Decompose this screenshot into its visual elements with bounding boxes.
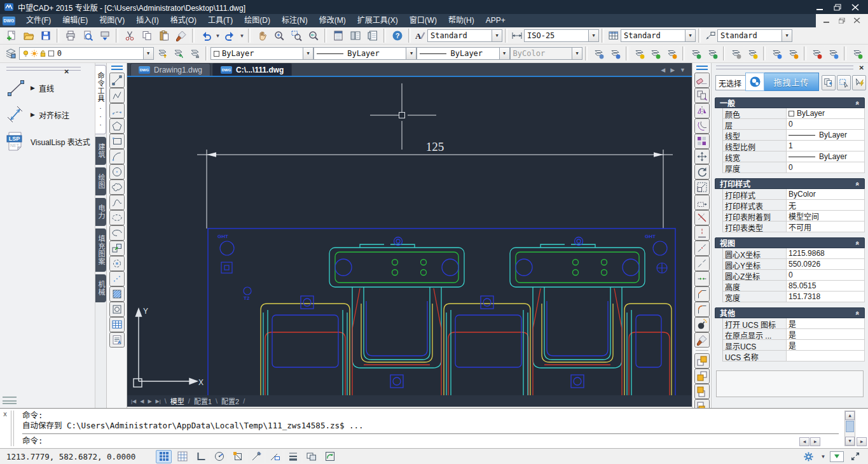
properties-close-icon[interactable]: ✕ bbox=[859, 64, 864, 71]
revision-cloud-button[interactable] bbox=[109, 179, 125, 195]
settings-dropdown-icon[interactable]: ▼ bbox=[820, 449, 827, 464]
ellipse-button[interactable] bbox=[109, 210, 125, 225]
menu-item-5[interactable]: 工具(T) bbox=[202, 14, 238, 27]
plot-preview-button[interactable] bbox=[79, 29, 96, 43]
property-value[interactable]: 是 bbox=[787, 329, 865, 340]
menu-item-6[interactable]: 绘图(D) bbox=[238, 14, 276, 27]
prev-layout-icon[interactable]: ◀ bbox=[140, 398, 144, 404]
scroll-right-icon[interactable]: ▶ bbox=[810, 437, 820, 446]
match-properties-button[interactable] bbox=[172, 29, 189, 43]
match-properties-button[interactable] bbox=[694, 332, 710, 348]
layer-on-button[interactable] bbox=[744, 46, 761, 61]
fillet-button[interactable] bbox=[694, 302, 710, 317]
dim-style-combo[interactable]: ISO-25▼ bbox=[524, 29, 599, 42]
property-value[interactable]: 是 bbox=[787, 340, 865, 351]
copy-object-button[interactable] bbox=[694, 88, 710, 103]
layout-tab-模型[interactable]: 模型 bbox=[169, 396, 186, 406]
menu-item-0[interactable]: 文件(F) bbox=[20, 14, 57, 27]
mirror-button[interactable] bbox=[694, 103, 710, 118]
osnap-toggle[interactable] bbox=[230, 450, 245, 463]
palette-item-2[interactable]: LSPNETVisualLisp 表达式 bbox=[5, 128, 95, 155]
fullscreen-button[interactable] bbox=[847, 450, 863, 463]
palette-resize-grip[interactable] bbox=[3, 397, 17, 404]
circle-button[interactable] bbox=[109, 164, 125, 179]
redo-button[interactable] bbox=[221, 29, 238, 43]
dropdown-arrow-icon[interactable]: ▼ bbox=[685, 30, 695, 41]
property-value[interactable] bbox=[787, 351, 865, 362]
property-value[interactable]: 是 bbox=[787, 318, 865, 329]
layer-make-current-button[interactable] bbox=[631, 46, 647, 61]
menu-item-2[interactable]: 视图(V) bbox=[93, 14, 130, 27]
property-value[interactable]: ByLayer bbox=[787, 108, 865, 119]
layer-thaw-button[interactable] bbox=[785, 46, 801, 61]
redo-dropdown-icon[interactable]: ▼ bbox=[238, 29, 245, 43]
command-close-icon[interactable]: x bbox=[3, 411, 7, 418]
make-block-button[interactable] bbox=[109, 256, 125, 271]
palette-close-icon[interactable]: ✕ bbox=[64, 69, 69, 74]
layer-translate-button[interactable] bbox=[607, 46, 623, 61]
collapse-chevron-icon[interactable]: « bbox=[854, 101, 862, 104]
open-button[interactable] bbox=[20, 29, 37, 43]
next-layout-icon[interactable]: ▶ bbox=[148, 398, 151, 404]
property-value[interactable]: 不可用 bbox=[787, 221, 865, 232]
dropdown-arrow-icon[interactable]: ▼ bbox=[782, 30, 792, 41]
property-value[interactable]: 模型空间 bbox=[787, 211, 865, 221]
erase-button[interactable] bbox=[694, 73, 710, 88]
modify-toolbar-grip[interactable] bbox=[696, 66, 708, 70]
menu-item-4[interactable]: 格式(O) bbox=[165, 14, 202, 27]
menu-item-12[interactable]: APP+ bbox=[480, 14, 511, 27]
properties-grip[interactable] bbox=[716, 66, 853, 69]
menu-item-8[interactable]: 修改(M) bbox=[313, 14, 352, 27]
tab-prev-icon[interactable]: ◀ bbox=[661, 67, 665, 73]
palette-tab-4[interactable]: 填充图案 bbox=[95, 228, 106, 272]
collapse-chevron-icon[interactable]: « bbox=[854, 181, 862, 185]
scroll-up-icon[interactable]: ▲ bbox=[845, 411, 855, 420]
property-value[interactable]: 550.0926 bbox=[787, 259, 865, 270]
stretch-button[interactable] bbox=[694, 195, 710, 210]
extend-button[interactable] bbox=[694, 225, 710, 241]
line-button[interactable] bbox=[109, 73, 125, 88]
property-value[interactable]: ByLayer bbox=[787, 130, 865, 141]
hatch-button[interactable] bbox=[109, 286, 125, 302]
viewport-toggle-toggle[interactable] bbox=[322, 450, 338, 463]
rectangle-button[interactable] bbox=[109, 134, 125, 149]
layout-tab-配置1[interactable]: 配置1 bbox=[192, 396, 214, 406]
property-value[interactable]: 151.7318 bbox=[787, 292, 865, 302]
undo-button[interactable] bbox=[197, 29, 214, 43]
doc-minimize-button[interactable] bbox=[823, 18, 830, 24]
toggle-pickadd-button[interactable] bbox=[852, 75, 866, 90]
polyline-button[interactable] bbox=[109, 88, 125, 103]
app-menu-icon[interactable]: DWG bbox=[3, 17, 15, 25]
drag-upload-button[interactable]: 拖拽上传 bbox=[764, 73, 819, 91]
dropdown-arrow-icon[interactable]: ▼ bbox=[143, 48, 153, 59]
layer-move-up-button[interactable] bbox=[704, 46, 720, 61]
layer-previous2-button[interactable] bbox=[849, 46, 865, 61]
lineweight-combo[interactable]: ByLayer▼ bbox=[417, 47, 509, 60]
section-header[interactable]: 其他« bbox=[715, 307, 865, 318]
dropdown-arrow-icon[interactable]: ▼ bbox=[406, 48, 416, 59]
polygon-button[interactable] bbox=[109, 118, 125, 134]
drawing-canvas[interactable]: 125 GHT GHT T2 bbox=[127, 77, 692, 395]
select-objects-button[interactable] bbox=[837, 75, 851, 90]
minimize-button[interactable] bbox=[816, 4, 823, 11]
publish-button[interactable] bbox=[96, 29, 113, 43]
menu-item-7[interactable]: 标注(N) bbox=[276, 14, 313, 27]
offset-button[interactable] bbox=[694, 118, 710, 134]
menu-item-3[interactable]: 插入(I) bbox=[130, 14, 164, 27]
scroll-left-icon[interactable]: ◀ bbox=[799, 437, 809, 446]
command-line-2[interactable]: 命令: bbox=[22, 436, 839, 446]
tool-palettes-button[interactable] bbox=[364, 29, 381, 43]
tab-menu-icon[interactable]: ▼ bbox=[680, 67, 685, 73]
pan-button[interactable] bbox=[253, 29, 270, 43]
grid-toggle[interactable] bbox=[174, 450, 190, 463]
trim-button[interactable] bbox=[694, 210, 710, 225]
join-button[interactable] bbox=[694, 271, 710, 286]
section-header[interactable]: 视图« bbox=[715, 237, 865, 248]
arc-3point-button[interactable] bbox=[109, 103, 125, 118]
scroll-down-icon[interactable]: ▼ bbox=[845, 437, 855, 446]
first-layout-icon[interactable]: |◀ bbox=[131, 398, 136, 404]
property-value[interactable]: 0 bbox=[787, 270, 865, 281]
zoom-realtime-button[interactable] bbox=[270, 29, 287, 43]
spline-button[interactable] bbox=[109, 195, 125, 210]
property-value[interactable]: ByLayer bbox=[787, 151, 865, 162]
